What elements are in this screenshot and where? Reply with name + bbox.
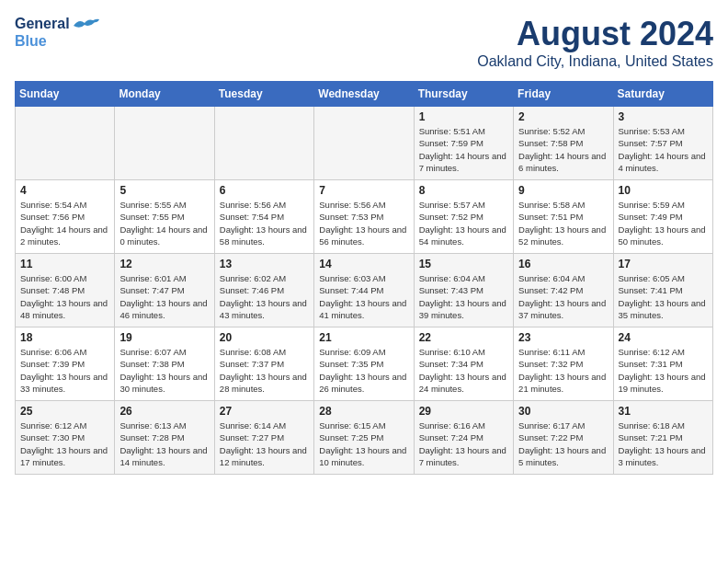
calendar-cell: 4Sunrise: 5:54 AMSunset: 7:56 PMDaylight… [16,180,115,254]
calendar-cell: 19Sunrise: 6:07 AMSunset: 7:38 PMDayligh… [115,327,214,401]
day-number: 10 [619,184,708,197]
calendar-cell [214,107,313,180]
calendar-cell: 27Sunrise: 6:14 AMSunset: 7:27 PMDayligh… [214,401,313,475]
logo: General Blue [15,15,99,50]
day-number: 13 [220,258,309,270]
calendar-cell: 1Sunrise: 5:51 AMSunset: 7:59 PMDaylight… [414,107,513,180]
calendar-cell: 6Sunrise: 5:56 AMSunset: 7:54 PMDaylight… [214,180,313,254]
calendar-table: SundayMondayTuesdayWednesdayThursdayFrid… [15,81,713,475]
day-info: Sunrise: 6:09 AMSunset: 7:35 PMDaylight:… [319,346,408,395]
day-number: 1 [419,110,508,123]
calendar-cell: 25Sunrise: 6:12 AMSunset: 7:30 PMDayligh… [16,401,115,475]
day-number: 29 [419,405,508,418]
logo-blue-text: Blue [15,33,47,50]
day-info: Sunrise: 5:59 AMSunset: 7:49 PMDaylight:… [619,199,708,247]
day-info: Sunrise: 6:00 AMSunset: 7:48 PMDaylight:… [20,272,109,321]
day-info: Sunrise: 5:52 AMSunset: 7:58 PMDaylight:… [518,125,608,174]
calendar-cell: 2Sunrise: 5:52 AMSunset: 7:58 PMDaylight… [514,107,613,180]
day-info: Sunrise: 5:58 AMSunset: 7:51 PMDaylight:… [518,199,608,247]
day-info: Sunrise: 6:17 AMSunset: 7:22 PMDaylight:… [518,419,608,468]
calendar-cell: 18Sunrise: 6:06 AMSunset: 7:39 PMDayligh… [16,327,115,401]
day-number: 2 [518,110,608,123]
day-info: Sunrise: 6:14 AMSunset: 7:27 PMDaylight:… [220,419,309,468]
day-info: Sunrise: 6:16 AMSunset: 7:24 PMDaylight:… [419,419,508,468]
calendar-cell [16,107,115,180]
calendar-week-1: 1Sunrise: 5:51 AMSunset: 7:59 PMDaylight… [16,107,713,180]
day-info: Sunrise: 6:18 AMSunset: 7:21 PMDaylight:… [619,419,708,468]
day-info: Sunrise: 6:07 AMSunset: 7:38 PMDaylight:… [119,346,209,395]
calendar-cell: 16Sunrise: 6:04 AMSunset: 7:42 PMDayligh… [514,254,613,327]
day-info: Sunrise: 6:04 AMSunset: 7:43 PMDaylight:… [419,272,508,321]
day-info: Sunrise: 6:04 AMSunset: 7:42 PMDaylight:… [518,272,608,321]
day-info: Sunrise: 6:11 AMSunset: 7:32 PMDaylight:… [518,346,608,395]
calendar-week-2: 4Sunrise: 5:54 AMSunset: 7:56 PMDaylight… [16,180,713,254]
day-number: 9 [518,184,608,197]
calendar-cell: 31Sunrise: 6:18 AMSunset: 7:21 PMDayligh… [613,401,712,475]
day-number: 20 [220,331,309,344]
day-number: 16 [518,258,608,270]
day-number: 26 [119,405,209,418]
day-number: 25 [20,405,109,418]
calendar-cell: 5Sunrise: 5:55 AMSunset: 7:55 PMDaylight… [115,180,214,254]
calendar-cell: 26Sunrise: 6:13 AMSunset: 7:28 PMDayligh… [115,401,214,475]
calendar-cell: 21Sunrise: 6:09 AMSunset: 7:35 PMDayligh… [314,327,414,401]
day-info: Sunrise: 6:05 AMSunset: 7:41 PMDaylight:… [619,272,708,321]
day-info: Sunrise: 5:56 AMSunset: 7:53 PMDaylight:… [319,199,408,247]
day-info: Sunrise: 5:57 AMSunset: 7:52 PMDaylight:… [419,199,508,247]
day-info: Sunrise: 6:13 AMSunset: 7:28 PMDaylight:… [119,419,209,468]
day-info: Sunrise: 5:54 AMSunset: 7:56 PMDaylight:… [20,199,109,247]
calendar-cell: 11Sunrise: 6:00 AMSunset: 7:48 PMDayligh… [16,254,115,327]
day-number: 19 [119,331,209,344]
day-info: Sunrise: 6:12 AMSunset: 7:30 PMDaylight:… [20,419,109,468]
calendar-cell: 30Sunrise: 6:17 AMSunset: 7:22 PMDayligh… [514,401,613,475]
day-number: 30 [518,405,608,418]
main-title: August 2024 [477,15,713,53]
day-number: 4 [20,184,109,197]
day-number: 8 [419,184,508,197]
col-header-friday: Friday [514,82,613,107]
logo-general-text: General [15,16,70,32]
day-info: Sunrise: 6:12 AMSunset: 7:31 PMDaylight:… [619,346,708,395]
calendar-cell: 28Sunrise: 6:15 AMSunset: 7:25 PMDayligh… [314,401,414,475]
day-number: 27 [220,405,309,418]
calendar-week-5: 25Sunrise: 6:12 AMSunset: 7:30 PMDayligh… [16,401,713,475]
day-info: Sunrise: 6:06 AMSunset: 7:39 PMDaylight:… [20,346,109,395]
day-number: 12 [119,258,209,270]
calendar-cell: 14Sunrise: 6:03 AMSunset: 7:44 PMDayligh… [314,254,414,327]
col-header-thursday: Thursday [414,82,513,107]
day-number: 3 [619,110,708,123]
day-number: 6 [220,184,309,197]
day-number: 7 [319,184,408,197]
calendar-week-4: 18Sunrise: 6:06 AMSunset: 7:39 PMDayligh… [16,327,713,401]
calendar-cell: 9Sunrise: 5:58 AMSunset: 7:51 PMDaylight… [514,180,613,254]
calendar-cell: 20Sunrise: 6:08 AMSunset: 7:37 PMDayligh… [214,327,313,401]
day-number: 23 [518,331,608,344]
day-info: Sunrise: 5:55 AMSunset: 7:55 PMDaylight:… [119,199,209,247]
calendar-cell: 24Sunrise: 6:12 AMSunset: 7:31 PMDayligh… [613,327,712,401]
col-header-monday: Monday [115,82,214,107]
calendar-cell: 23Sunrise: 6:11 AMSunset: 7:32 PMDayligh… [514,327,613,401]
day-number: 21 [319,331,408,344]
calendar-cell: 8Sunrise: 5:57 AMSunset: 7:52 PMDaylight… [414,180,513,254]
calendar-cell: 7Sunrise: 5:56 AMSunset: 7:53 PMDaylight… [314,180,414,254]
logo-bird-svg [72,15,99,33]
calendar-cell: 22Sunrise: 6:10 AMSunset: 7:34 PMDayligh… [414,327,513,401]
day-info: Sunrise: 6:10 AMSunset: 7:34 PMDaylight:… [419,346,508,395]
calendar-week-3: 11Sunrise: 6:00 AMSunset: 7:48 PMDayligh… [16,254,713,327]
day-number: 31 [619,405,708,418]
calendar-cell: 29Sunrise: 6:16 AMSunset: 7:24 PMDayligh… [414,401,513,475]
day-info: Sunrise: 6:01 AMSunset: 7:47 PMDaylight:… [119,272,209,321]
subtitle: Oakland City, Indiana, United States [477,53,713,70]
col-header-sunday: Sunday [16,82,115,107]
calendar-cell [115,107,214,180]
calendar-cell: 15Sunrise: 6:04 AMSunset: 7:43 PMDayligh… [414,254,513,327]
col-header-saturday: Saturday [613,82,712,107]
day-info: Sunrise: 6:08 AMSunset: 7:37 PMDaylight:… [220,346,309,395]
page-header: General Blue August 2024 Oakland City, I… [15,15,713,70]
logo-lockup: General Blue [15,15,99,50]
day-number: 11 [20,258,109,270]
col-header-wednesday: Wednesday [314,82,414,107]
day-number: 5 [119,184,209,197]
day-number: 17 [619,258,708,270]
day-info: Sunrise: 5:51 AMSunset: 7:59 PMDaylight:… [419,125,508,174]
